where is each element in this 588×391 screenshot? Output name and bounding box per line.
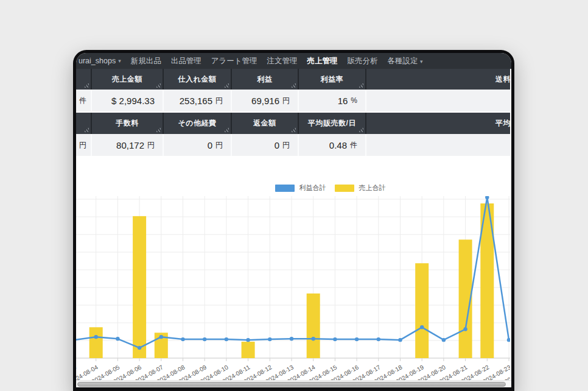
header-cell-sales-amount: 売上金額: [92, 69, 164, 90]
value-cell-count: 3件: [76, 90, 92, 111]
value-cell-sales-amount: $ 2,994.33: [92, 90, 164, 111]
column-resize-handle[interactable]: [223, 127, 229, 132]
nav-item-sales-analysis[interactable]: 販売分析: [343, 56, 383, 66]
nav-item-listing-management[interactable]: 出品管理: [166, 56, 206, 66]
value-cell-avg-revenue-per-day: [366, 134, 510, 156]
legend-item-sales-total[interactable]: 売上合計: [335, 183, 386, 192]
header-cell-shipping: 送料: [366, 69, 510, 90]
header-cell-extra: [76, 113, 92, 134]
summary-header-row-1: 売上金額 仕入れ金額 利益 利益率 送料: [76, 69, 510, 90]
nav-item-settings-menu[interactable]: 各種設定 ▾: [383, 56, 428, 66]
value-cell-avg-sales-per-day: 0.48件: [299, 134, 366, 156]
nav-item-sales-management[interactable]: 売上管理: [303, 56, 343, 66]
column-resize-handle[interactable]: [155, 127, 161, 132]
header-cell-refund-amount: 返金額: [232, 113, 299, 134]
header-cell-avg-sales-per-day: 平均販売数/日: [299, 113, 366, 134]
summary-header-row-2: 手数料 その他経費 返金額 平均販売数/日 平均売上/日: [76, 113, 510, 134]
header-cell-fees: 手数料: [92, 113, 164, 134]
top-nav: urai_shops ▾ 新規出品 出品管理 アラート管理 注文管理 売上管理 …: [76, 53, 511, 69]
header-cell-avg-revenue-per-day: 平均売上/日: [366, 113, 510, 134]
value-cell-profit: 69,916円: [232, 90, 299, 111]
header-cell-profit-rate: 利益率: [299, 69, 366, 90]
nav-item-new-listing[interactable]: 新規出品: [126, 56, 166, 66]
profit-series-swatch: [275, 185, 295, 192]
legend-item-profit-total[interactable]: 利益合計: [275, 183, 326, 192]
caret-down-icon: ▾: [420, 58, 423, 65]
column-resize-handle[interactable]: [290, 127, 296, 132]
column-resize-handle[interactable]: [155, 83, 161, 88]
header-cell-purchase-amount: 仕入れ金額: [164, 69, 232, 90]
header-cell-profit: 利益: [232, 69, 299, 90]
dashboard-window: urai_shops ▾ 新規出品 出品管理 アラート管理 注文管理 売上管理 …: [73, 50, 514, 391]
horizontal-scrollbar-thumb[interactable]: [77, 382, 506, 387]
sales-profit-combo-chart[interactable]: 2024-08-032024-08-042024-08-052024-08-06…: [76, 196, 510, 380]
column-resize-handle[interactable]: [83, 127, 89, 132]
column-resize-handle[interactable]: [358, 127, 363, 132]
column-resize-handle[interactable]: [358, 83, 363, 88]
value-cell-refund-amount: 0円: [232, 134, 299, 156]
chart-plot-area[interactable]: 2024-08-032024-08-042024-08-052024-08-06…: [76, 196, 511, 380]
value-cell-other-expenses: 0円: [164, 134, 232, 156]
value-cell-extra: 3円: [76, 134, 92, 156]
column-resize-handle[interactable]: [290, 83, 296, 88]
header-cell-count: [76, 69, 92, 90]
header-cell-other-expenses: その他経費: [164, 113, 232, 134]
caret-down-icon: ▾: [118, 58, 121, 64]
value-cell-fees: 80,172円: [92, 134, 164, 156]
column-resize-handle[interactable]: [223, 83, 229, 88]
summary-value-row-2: 3円 80,172円 0円 0円 0.48件: [76, 134, 510, 157]
value-cell-shipping: [366, 90, 510, 111]
nav-item-alert-management[interactable]: アラート管理: [206, 56, 262, 66]
shop-account-label: urai_shops: [79, 57, 116, 65]
chart-legend: 利益合計 売上合計: [113, 184, 514, 192]
nav-item-order-management[interactable]: 注文管理: [262, 56, 303, 66]
sales-series-swatch: [335, 185, 354, 192]
column-resize-handle[interactable]: [83, 83, 89, 88]
shop-account-menu[interactable]: urai_shops ▾: [77, 57, 126, 65]
sales-chart-card: 利益合計 売上合計 2024-08-032024-08-042024-08-05…: [76, 157, 511, 380]
value-cell-purchase-amount: 253,165円: [164, 90, 232, 111]
summary-value-row-1: 3件 $ 2,994.33 253,165円 69,916円 16%: [76, 90, 510, 113]
value-cell-profit-rate: 16%: [299, 90, 366, 111]
horizontal-scrollbar[interactable]: [76, 380, 511, 387]
